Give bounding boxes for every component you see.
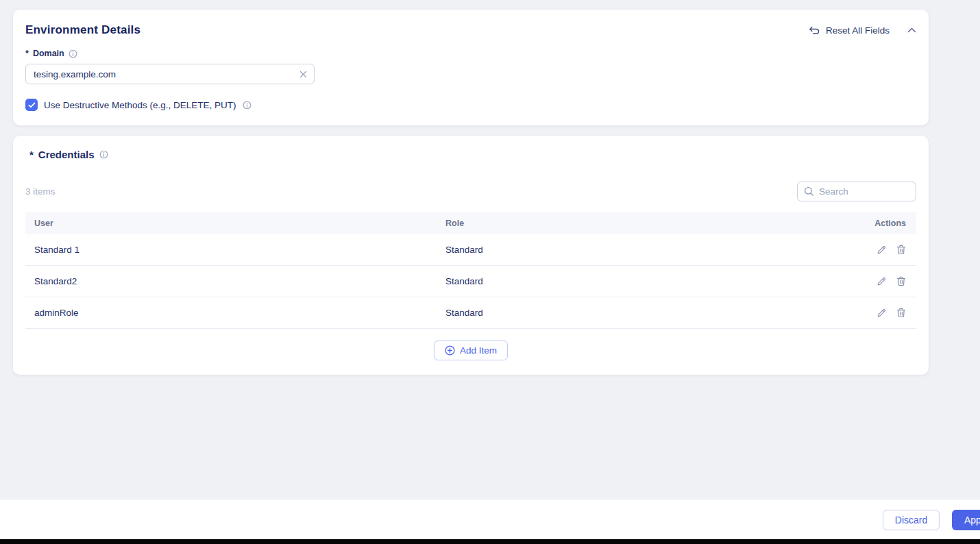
credentials-title: Credentials <box>38 149 95 160</box>
clear-domain-icon[interactable] <box>297 69 308 79</box>
table-row: Standard 1 Standard <box>25 234 916 266</box>
items-count: 3 items <box>25 186 56 197</box>
cell-user: adminRole <box>25 308 445 318</box>
apply-button[interactable]: Apply <box>952 510 980 530</box>
collapse-section-button[interactable] <box>907 27 916 33</box>
footer-action-bar: Discard Apply <box>0 499 980 539</box>
table-row: Standard2 Standard <box>25 266 916 297</box>
discard-button[interactable]: Discard <box>883 510 940 530</box>
column-header-actions: Actions <box>855 219 916 228</box>
column-header-user: User <box>25 219 445 228</box>
plus-circle-icon <box>445 345 455 356</box>
reset-icon <box>809 25 820 35</box>
edit-row-button[interactable] <box>877 276 887 286</box>
reset-all-fields-button[interactable]: Reset All Fields <box>809 25 890 36</box>
add-item-button[interactable]: Add Item <box>434 341 508 360</box>
credentials-required-mark: * <box>29 149 34 160</box>
cell-user: Standard 1 <box>25 245 445 255</box>
pencil-icon <box>877 276 887 286</box>
domain-info-icon[interactable] <box>69 49 77 58</box>
column-header-role: Role <box>445 219 855 228</box>
destructive-methods-label: Use Destructive Methods (e.g., DELETE, P… <box>44 100 236 110</box>
cell-role: Standard <box>445 276 855 286</box>
trash-icon <box>896 308 906 318</box>
credentials-info-icon[interactable] <box>99 150 108 159</box>
add-item-label: Add Item <box>460 345 497 356</box>
search-input[interactable] <box>819 186 909 197</box>
environment-details-card: Environment Details Reset All Fields <box>13 10 929 125</box>
destructive-methods-info-icon[interactable] <box>243 101 252 110</box>
delete-row-button[interactable] <box>896 276 906 286</box>
trash-icon <box>896 276 906 286</box>
table-row: adminRole Standard <box>25 297 916 329</box>
environment-details-header: Environment Details Reset All Fields <box>25 23 916 37</box>
credentials-meta-row: 3 items <box>25 182 916 201</box>
chevron-up-icon <box>907 27 916 33</box>
cell-role: Standard <box>445 308 855 318</box>
cell-role: Standard <box>445 245 855 255</box>
cell-user: Standard2 <box>25 276 445 286</box>
pencil-icon <box>877 245 887 255</box>
domain-field-label: Domain <box>33 49 64 58</box>
search-icon <box>804 186 814 197</box>
environment-details-title: Environment Details <box>25 23 140 37</box>
domain-input[interactable] <box>25 64 315 84</box>
credentials-search-box[interactable] <box>797 182 916 201</box>
credentials-card: * Credentials 3 items User Role A <box>13 136 929 375</box>
destructive-methods-row: Use Destructive Methods (e.g., DELETE, P… <box>25 99 916 111</box>
checkmark-icon <box>28 102 36 108</box>
delete-row-button[interactable] <box>896 245 906 255</box>
domain-required-mark: * <box>25 49 29 58</box>
window-bottom-bar <box>0 539 980 544</box>
credentials-table-header: User Role Actions <box>25 212 916 234</box>
trash-icon <box>896 245 906 255</box>
domain-field-label-row: * Domain <box>25 49 916 58</box>
edit-row-button[interactable] <box>877 308 887 318</box>
delete-row-button[interactable] <box>896 308 906 318</box>
pencil-icon <box>877 308 887 318</box>
credentials-title-row: * Credentials <box>29 149 916 160</box>
reset-all-fields-label: Reset All Fields <box>826 25 890 36</box>
credentials-table: User Role Actions Standard 1 Standard <box>25 212 916 329</box>
edit-row-button[interactable] <box>877 245 887 255</box>
destructive-methods-checkbox[interactable] <box>25 99 38 111</box>
